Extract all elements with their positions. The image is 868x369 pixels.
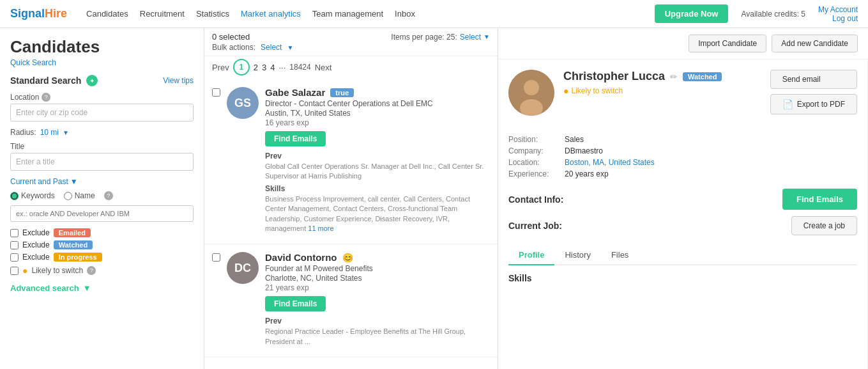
location-detail-val: Boston, MA, United States bbox=[565, 158, 655, 167]
nav-statistics[interactable]: Statistics bbox=[196, 9, 229, 19]
keywords-radio-label[interactable]: Keywords bbox=[10, 191, 55, 200]
candidate-card-david[interactable]: DC David Contorno 😊 Founder at M Powered… bbox=[204, 244, 498, 357]
main-layout: Candidates Quick Search Standard Search … bbox=[0, 28, 868, 369]
tabs-row: Profile History Files bbox=[508, 246, 857, 265]
tab-profile[interactable]: Profile bbox=[508, 246, 554, 265]
page-2-btn[interactable]: 2 bbox=[254, 63, 258, 72]
exclude-inprogress-label: Exclude bbox=[22, 253, 50, 262]
nav-team-management[interactable]: Team management bbox=[312, 9, 383, 19]
experience-row: Experience: 20 years exp bbox=[508, 169, 857, 178]
detail-find-emails-btn[interactable]: Find Emails bbox=[782, 189, 857, 210]
title-input[interactable] bbox=[10, 153, 194, 171]
bulk-select-link[interactable]: Select bbox=[261, 43, 282, 52]
page-title: Candidates bbox=[10, 37, 194, 57]
gabe-skills-more[interactable]: 11 more bbox=[308, 224, 333, 232]
items-select-link[interactable]: Select bbox=[460, 33, 481, 42]
david-title: Founder at M Powered Benefits bbox=[265, 264, 490, 273]
location-help-icon[interactable]: ? bbox=[42, 93, 50, 102]
location-detail-label: Location: bbox=[508, 158, 560, 167]
tab-files[interactable]: Files bbox=[601, 246, 639, 265]
keywords-input[interactable] bbox=[10, 205, 194, 222]
bulk-actions-label: Bulk actions: bbox=[212, 43, 255, 52]
likely-icon: ● bbox=[22, 265, 27, 276]
radius-arrow-icon: ▼ bbox=[63, 129, 69, 136]
items-per-page-label: Items per page: 25: bbox=[391, 33, 457, 42]
page-4-btn[interactable]: 4 bbox=[270, 63, 275, 72]
name-radio[interactable] bbox=[64, 192, 72, 200]
david-location: Charlotte, NC, United States bbox=[265, 274, 490, 283]
ai-icon: ✦ bbox=[86, 75, 98, 86]
gabe-find-emails-btn[interactable]: Find Emails bbox=[265, 131, 326, 146]
gabe-avatar: GS bbox=[227, 87, 259, 119]
david-prev-text: Regional Practice Leader - Employee Bene… bbox=[265, 327, 490, 347]
edit-name-icon[interactable]: ✏ bbox=[670, 72, 678, 82]
detail-likely-badge: ● Likely to switch bbox=[563, 86, 761, 96]
position-label: Position: bbox=[508, 135, 560, 144]
logo: SignalHire bbox=[10, 7, 67, 20]
last-page-num[interactable]: 18424 bbox=[289, 63, 310, 72]
log-out-link[interactable]: Log out bbox=[818, 14, 858, 23]
create-job-btn[interactable]: Create a job bbox=[791, 216, 857, 235]
likely-checkbox[interactable] bbox=[10, 267, 19, 275]
send-email-btn[interactable]: Send email bbox=[770, 70, 857, 89]
import-candidate-btn[interactable]: Import Candidate bbox=[689, 35, 766, 52]
left-sidebar: Candidates Quick Search Standard Search … bbox=[0, 28, 204, 369]
card-gabe-checkbox[interactable] bbox=[212, 88, 220, 97]
david-find-emails-btn[interactable]: Find Emails bbox=[265, 296, 326, 311]
quick-search-link[interactable]: Quick Search bbox=[10, 58, 194, 67]
nav-recruitment[interactable]: Recruitment bbox=[140, 9, 185, 19]
exclude-emailed-checkbox[interactable] bbox=[10, 229, 19, 237]
skills-title: Skills bbox=[508, 273, 857, 283]
account-section: My Account Log out bbox=[818, 5, 858, 23]
company-label: Company: bbox=[508, 146, 560, 155]
location-input[interactable] bbox=[10, 104, 194, 122]
name-radio-label[interactable]: Name bbox=[64, 191, 95, 200]
search-type-help-icon[interactable]: ? bbox=[104, 191, 113, 200]
exclude-inprogress-row: Exclude In progress bbox=[10, 253, 194, 262]
exclude-watched-checkbox[interactable] bbox=[10, 241, 19, 249]
likely-help-icon[interactable]: ? bbox=[87, 266, 96, 275]
detail-avatar-svg bbox=[508, 70, 554, 116]
location-link[interactable]: Boston, MA, United States bbox=[565, 158, 655, 167]
tab-history[interactable]: History bbox=[554, 246, 600, 265]
credits-text: Available credits: 5 bbox=[741, 10, 805, 19]
gabe-prev-section: Prev Global Call Center Operations Sr. M… bbox=[265, 152, 490, 182]
exclude-emailed-row: Exclude Emailed bbox=[10, 228, 194, 237]
candidates-list: 0 selected Items per page: 25: Select ▼ … bbox=[204, 28, 498, 369]
emailed-tag: Emailed bbox=[54, 228, 91, 237]
next-page-btn[interactable]: Next bbox=[315, 63, 332, 72]
radius-row: Radius: 10 mi ▼ bbox=[10, 128, 194, 137]
nav-market-analytics[interactable]: Market analytics bbox=[241, 9, 301, 19]
current-past-dropdown[interactable]: Current and Past ▼ bbox=[10, 177, 194, 186]
gabe-info: Gabe Salazar true Director - Contact Cen… bbox=[265, 87, 490, 236]
pagination: Prev 1 2 3 4 ··· 18424 Next bbox=[204, 56, 498, 79]
radius-select[interactable]: 10 mi bbox=[40, 128, 59, 137]
keywords-radio[interactable] bbox=[10, 192, 19, 200]
card-david-checkbox[interactable] bbox=[212, 253, 220, 262]
advanced-search-arrow-icon: ▼ bbox=[83, 283, 91, 293]
gabe-skills-section: Skills Business Process Improvement, cal… bbox=[265, 184, 490, 234]
standard-search-header: Standard Search ✦ View tips bbox=[10, 75, 194, 86]
page-1-btn[interactable]: 1 bbox=[233, 59, 250, 75]
export-pdf-btn[interactable]: 📄 Export to PDF bbox=[770, 94, 857, 114]
inprogress-tag: In progress bbox=[54, 253, 102, 262]
details-grid: Position: Sales Company: DBmaestro Locat… bbox=[508, 135, 857, 178]
nav-inbox[interactable]: Inbox bbox=[395, 9, 415, 19]
page-3-btn[interactable]: 3 bbox=[262, 63, 266, 72]
likely-switch-icon: ● bbox=[563, 86, 568, 96]
view-tips-link[interactable]: View tips bbox=[163, 76, 194, 85]
prev-page-btn[interactable]: Prev bbox=[212, 63, 229, 72]
advanced-search[interactable]: Advanced search ▼ bbox=[10, 283, 194, 293]
exclude-inprogress-checkbox[interactable] bbox=[10, 253, 19, 262]
my-account-link[interactable]: My Account bbox=[818, 5, 858, 14]
candidate-card-gabe[interactable]: GS Gabe Salazar true Director - Contact … bbox=[204, 79, 498, 244]
detail-watched-badge: Watched bbox=[683, 72, 722, 81]
nav-candidates[interactable]: Candidates bbox=[86, 9, 128, 19]
current-past-arrow-icon: ▼ bbox=[70, 177, 78, 186]
david-prev-label: Prev bbox=[265, 317, 490, 326]
exclude-watched-label: Exclude bbox=[22, 240, 50, 249]
add-new-candidate-btn[interactable]: Add new Candidate bbox=[772, 35, 858, 52]
upgrade-button[interactable]: Upgrade Now bbox=[655, 4, 729, 23]
contact-info-row: Contact Info: Find Emails bbox=[508, 189, 857, 210]
candidates-scroll: GS Gabe Salazar true Director - Contact … bbox=[204, 79, 498, 369]
